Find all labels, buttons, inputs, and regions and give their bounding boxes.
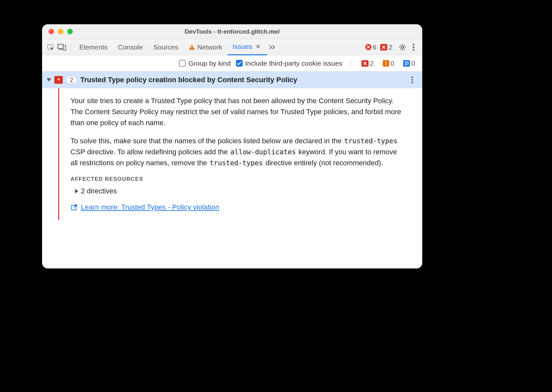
minimize-window-button[interactable]: [58, 29, 63, 34]
filter-errors[interactable]: 2: [359, 60, 376, 67]
group-by-kind-checkbox[interactable]: Group by kind: [179, 60, 231, 67]
traffic-lights: [42, 29, 73, 34]
error-badge-icon: [365, 44, 371, 50]
titlebar: DevTools - tt-enforced.glitch.me/: [42, 24, 422, 39]
filter-errors-count: 2: [370, 60, 374, 67]
close-window-button[interactable]: [49, 29, 54, 34]
svg-rect-3: [63, 46, 66, 50]
separator: [71, 43, 71, 51]
main-tabbar: Elements Console Sources Network Issues …: [42, 39, 422, 55]
filter-warnings[interactable]: 0: [381, 60, 396, 67]
warning-triangle-icon: [189, 44, 195, 50]
tab-console[interactable]: Console: [113, 39, 148, 55]
settings-gear-icon[interactable]: [397, 42, 408, 53]
collapse-caret-icon[interactable]: [47, 78, 51, 82]
window-title: DevTools - tt-enforced.glitch.me/: [42, 28, 422, 35]
learn-more-link[interactable]: Learn more: Trusted Types - Policy viola…: [71, 203, 219, 212]
tab-elements[interactable]: Elements: [74, 39, 113, 55]
svg-point-6: [402, 46, 404, 48]
inspect-icon[interactable]: [45, 42, 56, 53]
svg-rect-14: [406, 63, 408, 63]
filter-warnings-count: 0: [391, 60, 394, 67]
more-tabs-icon[interactable]: [267, 45, 278, 50]
include-third-party-label: Include third-party cookie issues: [245, 60, 342, 67]
svg-point-17: [412, 82, 413, 83]
expand-caret-icon: [75, 189, 78, 193]
svg-rect-10: [386, 61, 386, 64]
svg-rect-4: [192, 46, 192, 48]
tab-sources[interactable]: Sources: [148, 39, 183, 55]
close-tab-icon[interactable]: ✕: [254, 43, 262, 50]
directives-text: 2 directives: [81, 187, 117, 195]
filter-info-icon: [403, 60, 410, 67]
issue-paragraph-1: Your site tries to create a Trusted Type…: [71, 95, 406, 128]
checkbox-unchecked-icon: [179, 60, 186, 67]
affected-resources-label: AFFECTED RESOURCES: [71, 176, 406, 182]
svg-rect-1: [58, 44, 63, 49]
tab-issues[interactable]: Issues ✕: [227, 39, 267, 55]
devtools-window: DevTools - tt-enforced.glitch.me/ Elemen…: [42, 24, 422, 268]
issue-kebab-icon[interactable]: [407, 74, 418, 85]
group-by-kind-label: Group by kind: [188, 60, 231, 67]
include-third-party-checkbox[interactable]: Include third-party cookie issues: [236, 60, 342, 67]
separator: [351, 59, 351, 68]
filter-info[interactable]: 0: [401, 60, 417, 67]
issue-error-icon: [54, 76, 63, 84]
issues-counter[interactable]: 2: [378, 43, 394, 51]
filter-info-count: 0: [411, 60, 415, 67]
filter-warning-icon: [383, 60, 389, 67]
issue-paragraph-2: To solve this, make sure that the names …: [71, 136, 406, 169]
svg-point-16: [412, 79, 413, 81]
svg-rect-11: [386, 65, 386, 65]
tab-network-label: Network: [197, 43, 222, 51]
checkbox-checked-icon: [236, 60, 243, 67]
issue-title: Trusted Type policy creation blocked by …: [80, 76, 403, 84]
issues-content-scroll[interactable]: 2 Trusted Type policy creation blocked b…: [42, 71, 422, 268]
svg-point-9: [413, 49, 414, 50]
filter-error-icon: [361, 60, 369, 67]
tab-issues-label: Issues: [233, 43, 252, 50]
directives-row[interactable]: 2 directives: [75, 187, 406, 195]
error-counter-value: 6: [373, 43, 377, 51]
svg-point-15: [412, 77, 413, 78]
device-toolbar-icon[interactable]: [56, 42, 67, 53]
learn-more-text: Learn more: Trusted Types - Policy viola…: [81, 203, 219, 212]
issue-badge-icon: [380, 44, 387, 50]
issue-header[interactable]: 2 Trusted Type policy creation blocked b…: [42, 71, 422, 88]
issue-body: Your site tries to create a Trusted Type…: [58, 88, 422, 220]
svg-rect-5: [192, 49, 192, 49]
svg-point-8: [413, 46, 414, 48]
kebab-menu-icon[interactable]: [408, 42, 419, 53]
issues-counter-value: 2: [389, 43, 392, 51]
error-counter[interactable]: 6: [363, 43, 379, 51]
external-link-icon: [71, 204, 78, 211]
svg-point-7: [413, 44, 414, 45]
svg-rect-13: [406, 62, 408, 63]
maximize-window-button[interactable]: [67, 29, 73, 34]
issues-toolbar: Group by kind Include third-party cookie…: [42, 55, 422, 71]
issue-count-pill: 2: [66, 76, 77, 84]
tab-network[interactable]: Network: [183, 39, 227, 55]
